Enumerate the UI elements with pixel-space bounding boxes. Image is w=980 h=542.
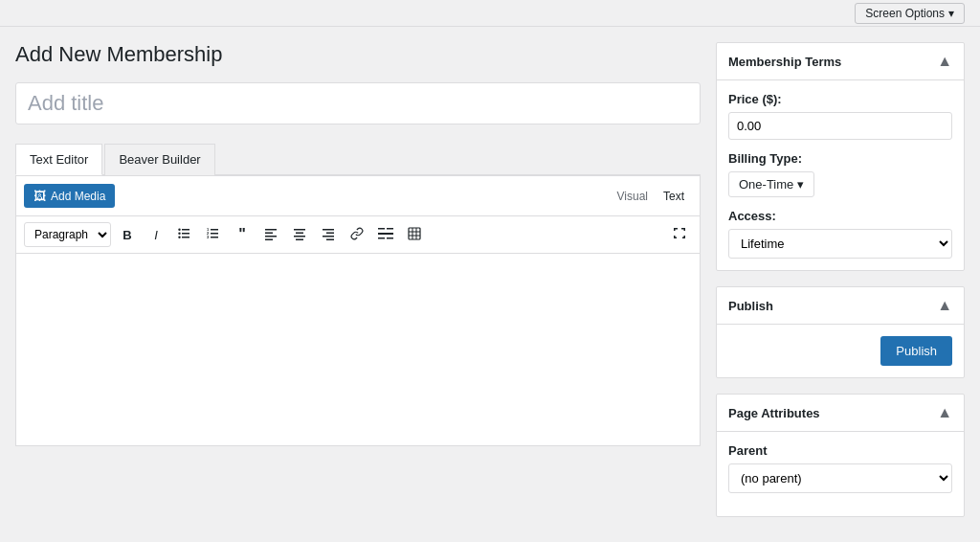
page-attributes-box: Page Attributes ▲ Parent (no parent) bbox=[716, 394, 965, 517]
price-input[interactable] bbox=[728, 112, 952, 140]
italic-button[interactable]: I bbox=[144, 222, 168, 247]
tab-beaver-builder[interactable]: Beaver Builder bbox=[104, 144, 214, 175]
visual-tab-label: Visual bbox=[617, 190, 648, 203]
text-tab[interactable]: Text bbox=[656, 187, 692, 206]
blockquote-button[interactable]: " bbox=[230, 222, 255, 247]
billing-type-value: One-Time bbox=[739, 177, 793, 192]
publish-title: Publish bbox=[728, 299, 773, 313]
svg-rect-28 bbox=[387, 237, 393, 239]
svg-rect-17 bbox=[296, 232, 303, 234]
parent-label: Parent bbox=[728, 443, 952, 458]
align-center-button[interactable] bbox=[287, 222, 312, 247]
svg-rect-15 bbox=[265, 238, 273, 240]
svg-rect-0 bbox=[182, 229, 189, 231]
billing-type-select-wrapper[interactable]: One-Time ▾ bbox=[728, 171, 814, 197]
title-input[interactable] bbox=[15, 82, 701, 124]
membership-terms-collapse-button[interactable]: ▲ bbox=[937, 53, 952, 70]
svg-rect-21 bbox=[326, 232, 334, 234]
publish-box: Publish ▲ Publish bbox=[716, 286, 965, 378]
unordered-list-icon bbox=[178, 227, 191, 243]
svg-rect-16 bbox=[294, 229, 305, 231]
left-column: Add New Membership Text Editor Beaver Bu… bbox=[15, 42, 701, 532]
access-select[interactable]: Lifetime Days Weeks Months Years bbox=[728, 229, 952, 259]
align-left-icon bbox=[264, 227, 278, 243]
screen-options-button[interactable]: Screen Options ▾ bbox=[855, 3, 965, 24]
billing-type-label: Billing Type: bbox=[728, 151, 952, 166]
link-button[interactable] bbox=[345, 222, 369, 247]
editor-container: 🖼 Add Media Visual Text Paragraph bbox=[15, 175, 701, 446]
text-tab-label: Text bbox=[663, 190, 684, 203]
table-button[interactable] bbox=[402, 222, 427, 247]
bold-button[interactable]: B bbox=[115, 222, 140, 247]
svg-rect-8 bbox=[211, 237, 218, 238]
table-icon bbox=[408, 227, 421, 243]
bold-icon: B bbox=[122, 228, 131, 242]
tab-beaver-builder-label: Beaver Builder bbox=[119, 152, 200, 167]
fullscreen-button[interactable] bbox=[667, 222, 692, 247]
membership-terms-title: Membership Terms bbox=[728, 55, 841, 69]
publish-collapse-button[interactable]: ▲ bbox=[937, 297, 952, 314]
svg-point-3 bbox=[178, 228, 180, 230]
read-more-button[interactable] bbox=[373, 222, 398, 247]
membership-terms-body: Price ($): Billing Type: One-Time ▾ Acce… bbox=[717, 80, 964, 270]
page-attributes-title: Page Attributes bbox=[728, 406, 820, 420]
svg-rect-23 bbox=[326, 238, 334, 240]
publish-header: Publish ▲ bbox=[717, 287, 964, 325]
membership-terms-box: Membership Terms ▲ Price ($): Billing Ty… bbox=[716, 42, 965, 271]
svg-rect-22 bbox=[323, 236, 334, 237]
align-right-icon bbox=[322, 227, 335, 243]
main-content: Add New Membership Text Editor Beaver Bu… bbox=[0, 27, 980, 542]
tab-text-editor[interactable]: Text Editor bbox=[15, 144, 102, 175]
tab-text-editor-label: Text Editor bbox=[30, 152, 88, 167]
ordered-list-button[interactable]: 1 2 3 bbox=[201, 222, 226, 247]
align-left-button[interactable] bbox=[258, 222, 283, 247]
paragraph-select[interactable]: Paragraph bbox=[24, 222, 111, 247]
publish-body: Publish bbox=[717, 325, 964, 377]
svg-rect-6 bbox=[211, 229, 218, 231]
editor-tabs: Text Editor Beaver Builder bbox=[15, 144, 701, 175]
publish-button-label: Publish bbox=[896, 344, 937, 358]
svg-rect-18 bbox=[294, 236, 305, 237]
page-attributes-collapse-button[interactable]: ▲ bbox=[937, 404, 952, 421]
svg-rect-19 bbox=[296, 238, 303, 240]
editor-toolbar-top: 🖼 Add Media Visual Text bbox=[16, 176, 700, 216]
screen-options-chevron-icon: ▾ bbox=[948, 7, 954, 20]
add-media-button[interactable]: 🖼 Add Media bbox=[24, 184, 115, 208]
page-attributes-header: Page Attributes ▲ bbox=[717, 395, 964, 432]
svg-rect-24 bbox=[378, 233, 393, 235]
access-label: Access: bbox=[728, 209, 952, 223]
svg-rect-29 bbox=[409, 228, 420, 239]
parent-select[interactable]: (no parent) bbox=[728, 463, 952, 493]
svg-point-5 bbox=[178, 236, 180, 237]
italic-icon: I bbox=[154, 228, 158, 242]
svg-text:3: 3 bbox=[207, 235, 210, 239]
svg-rect-1 bbox=[182, 233, 189, 235]
svg-rect-25 bbox=[378, 228, 385, 230]
editor-body[interactable] bbox=[16, 254, 700, 445]
screen-options-label: Screen Options bbox=[865, 7, 945, 20]
publish-collapse-icon: ▲ bbox=[937, 297, 952, 313]
access-select-wrapper: Lifetime Days Weeks Months Years bbox=[728, 229, 952, 259]
unordered-list-button[interactable] bbox=[172, 222, 197, 247]
page-attributes-collapse-icon: ▲ bbox=[937, 404, 952, 420]
top-bar: Screen Options ▾ bbox=[0, 0, 980, 27]
membership-terms-header: Membership Terms ▲ bbox=[717, 43, 964, 80]
blockquote-icon: " bbox=[238, 227, 246, 242]
add-media-icon: 🖼 bbox=[33, 189, 46, 203]
visual-tab[interactable]: Visual bbox=[610, 187, 656, 206]
publish-button[interactable]: Publish bbox=[880, 336, 952, 366]
svg-rect-12 bbox=[265, 229, 277, 231]
editor-toolbar-format: Paragraph B I bbox=[16, 216, 700, 254]
svg-rect-20 bbox=[323, 229, 334, 231]
billing-type-chevron-icon: ▾ bbox=[797, 177, 804, 192]
svg-rect-2 bbox=[182, 237, 189, 238]
link-icon bbox=[350, 227, 364, 243]
collapse-icon: ▲ bbox=[937, 53, 952, 69]
svg-point-4 bbox=[178, 232, 180, 234]
add-media-label: Add Media bbox=[51, 190, 105, 203]
price-label: Price ($): bbox=[728, 92, 952, 106]
svg-rect-27 bbox=[387, 228, 393, 230]
align-right-button[interactable] bbox=[316, 222, 341, 247]
right-column: Membership Terms ▲ Price ($): Billing Ty… bbox=[716, 42, 965, 532]
fullscreen-icon bbox=[673, 227, 686, 243]
